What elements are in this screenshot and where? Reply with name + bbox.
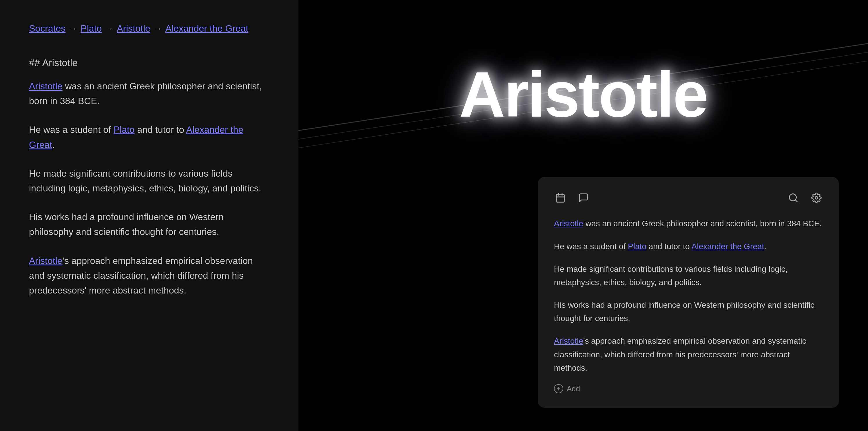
breadcrumb: Socrates → Plato → Aristotle → Alexander… bbox=[29, 23, 270, 34]
svg-line-8 bbox=[795, 200, 797, 202]
left-panel: Socrates → Plato → Aristotle → Alexander… bbox=[0, 0, 299, 431]
card-toolbar bbox=[554, 192, 823, 204]
content-para-2: He was a student of Plato and tutor to A… bbox=[29, 122, 270, 152]
card-para-4: His works had a profound influence on We… bbox=[554, 298, 823, 325]
breadcrumb-link-socrates[interactable]: Socrates bbox=[29, 23, 65, 34]
svg-point-9 bbox=[815, 197, 818, 199]
right-panel: Aristotle bbox=[299, 0, 868, 431]
card-para-3: He made significant contributions to var… bbox=[554, 262, 823, 289]
comment-icon[interactable] bbox=[577, 192, 590, 204]
add-label: Add bbox=[567, 384, 580, 393]
card-toolbar-right bbox=[787, 192, 823, 204]
settings-icon[interactable] bbox=[810, 192, 823, 204]
link-aristotle-p5[interactable]: Aristotle bbox=[29, 256, 63, 266]
plus-icon: + bbox=[554, 384, 563, 393]
card-para-2: He was a student of Plato and tutor to A… bbox=[554, 240, 823, 253]
card-link-aristotle-p5[interactable]: Aristotle bbox=[554, 337, 583, 345]
breadcrumb-arrow-3: → bbox=[154, 24, 162, 33]
card-link-alexander-p2[interactable]: Alexander the Great bbox=[691, 242, 764, 251]
content-para-5: Aristotle's approach emphasized empirica… bbox=[29, 254, 270, 298]
calendar-icon[interactable] bbox=[554, 192, 567, 204]
breadcrumb-link-plato[interactable]: Plato bbox=[81, 23, 102, 34]
breadcrumb-arrow-1: → bbox=[69, 24, 77, 33]
breadcrumb-arrow-2: → bbox=[105, 24, 113, 33]
breadcrumb-link-alexander[interactable]: Alexander the Great bbox=[165, 23, 248, 34]
card-link-plato-p2[interactable]: Plato bbox=[628, 242, 646, 251]
content-para-4: His works had a profound influence on We… bbox=[29, 210, 270, 239]
card-para-1: Aristotle was an ancient Greek philosoph… bbox=[554, 217, 823, 230]
big-title: Aristotle bbox=[299, 58, 868, 132]
content-para-3: He made significant contributions to var… bbox=[29, 166, 270, 196]
card-link-aristotle-p1[interactable]: Aristotle bbox=[554, 219, 583, 228]
search-icon[interactable] bbox=[787, 192, 800, 204]
content-para-1: Aristotle was an ancient Greek philosoph… bbox=[29, 79, 270, 109]
add-button[interactable]: + Add bbox=[554, 384, 823, 393]
link-plato-p2[interactable]: Plato bbox=[114, 124, 135, 135]
link-aristotle-p1[interactable]: Aristotle bbox=[29, 81, 63, 91]
card-para-5: Aristotle's approach emphasized empirica… bbox=[554, 335, 823, 375]
breadcrumb-link-aristotle[interactable]: Aristotle bbox=[117, 23, 150, 34]
content-heading: ## Aristotle bbox=[29, 57, 270, 68]
svg-rect-3 bbox=[557, 194, 564, 202]
link-alexander-p2[interactable]: Alexander the Great bbox=[29, 124, 243, 150]
card-toolbar-left bbox=[554, 192, 590, 204]
info-card: Aristotle was an ancient Greek philosoph… bbox=[538, 177, 839, 408]
